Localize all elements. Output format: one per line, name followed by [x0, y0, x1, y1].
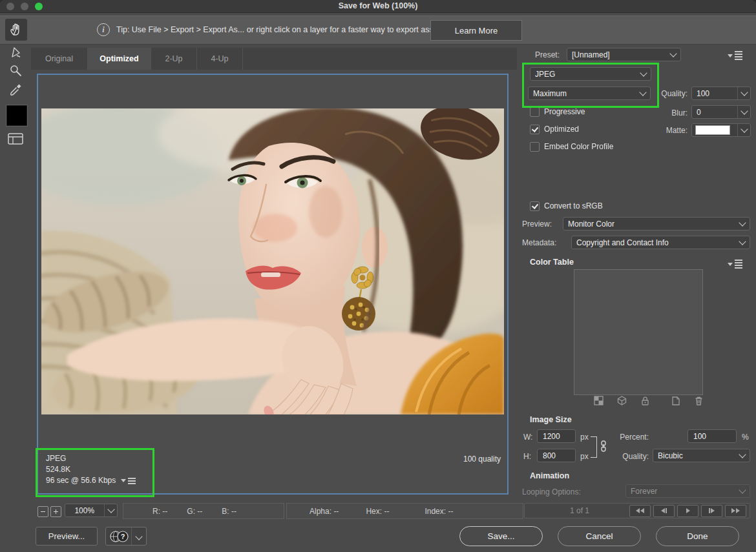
browser-globe-icon: ? — [109, 529, 131, 544]
next-frame-button — [701, 505, 722, 517]
tab-2up[interactable]: 2-Up — [151, 48, 197, 70]
window-title: Save for Web (100%) — [0, 1, 756, 10]
convert-to-srgb-label: Convert to sRGB — [544, 201, 603, 210]
slice-select-icon — [8, 45, 23, 59]
optimized-file-info: JPEG 524.8K 96 sec @ 56.6 Kbps — [46, 453, 136, 486]
previous-frame-button — [653, 505, 675, 517]
browser-preview-button[interactable]: ? — [105, 527, 147, 546]
animation-frame-bar: 1 of 1 — [524, 503, 750, 518]
preview-photo — [41, 108, 504, 414]
cancel-button[interactable]: Cancel — [558, 526, 641, 546]
save-for-web-dialog: Save for Web (100%) i Tip: Use File > Ex… — [0, 0, 756, 552]
preview-mode-dropdown[interactable]: Monitor Color — [563, 217, 750, 230]
zoom-tool[interactable] — [6, 62, 25, 79]
dimension-link-bracket — [591, 436, 597, 458]
matte-label: Matte: — [654, 126, 688, 135]
percent-unit: % — [742, 433, 749, 442]
height-input[interactable]: 800 — [537, 449, 576, 462]
preset-panel-menu[interactable] — [728, 51, 742, 60]
tip-bar: i Tip: Use File > Export > Export As... … — [0, 15, 756, 45]
chevron-down-icon — [739, 486, 746, 493]
preview-button[interactable]: Preview... — [36, 527, 98, 546]
quality-annotation: 100 quality — [463, 455, 501, 464]
slices-visibility-icon — [6, 132, 25, 146]
metadata-dropdown[interactable]: Copyright and Contact Info — [571, 236, 750, 249]
status-bar: 100% R: -- G: -- B: -- Alpha: -- Hex: --… — [31, 501, 517, 522]
convert-to-srgb-checkbox[interactable] — [530, 201, 540, 211]
preset-dropdown[interactable]: [Unnamed] — [567, 48, 681, 61]
quality-label: Quality: — [654, 89, 688, 98]
chevron-down-icon — [740, 88, 748, 96]
color-table-panel-menu[interactable] — [728, 260, 742, 269]
matte-color-swatch — [695, 125, 730, 135]
percent-input[interactable]: 100 — [688, 429, 737, 443]
metadata-label: Metadata: — [522, 238, 556, 247]
embed-color-profile-checkbox[interactable] — [530, 142, 540, 152]
progressive-checkbox[interactable] — [530, 107, 540, 117]
chevron-down-icon — [740, 125, 748, 132]
rgb-readout: R: -- G: -- B: -- — [123, 503, 284, 519]
browser-select-chevron[interactable] — [131, 527, 146, 545]
eyedropper-color-swatch[interactable] — [6, 105, 27, 126]
embed-color-profile-label: Embed Color Profile — [544, 142, 613, 151]
done-button[interactable]: Done — [656, 526, 739, 546]
color-table-actions — [593, 395, 704, 406]
width-unit: px — [580, 433, 589, 442]
blur-dropdown[interactable]: 0 — [691, 105, 751, 119]
first-frame-button — [629, 505, 651, 517]
lock-color-icon[interactable] — [640, 395, 651, 406]
hand-icon — [8, 22, 24, 37]
frame-status: 1 of 1 — [570, 506, 589, 515]
last-frame-button — [725, 505, 746, 517]
chevron-down-icon — [640, 69, 647, 76]
quality-dropdown[interactable]: 100 — [691, 87, 751, 100]
delete-color-icon[interactable] — [693, 395, 704, 406]
title-bar: Save for Web (100%) — [0, 0, 756, 13]
optimized-preview-pane[interactable]: JPEG 524.8K 96 sec @ 56.6 Kbps 100 quali… — [37, 74, 509, 495]
download-time: 96 sec @ 56.6 Kbps — [46, 475, 116, 486]
web-shift-cube-icon[interactable] — [616, 395, 627, 406]
svg-text:?: ? — [121, 533, 125, 540]
chevron-down-icon — [135, 533, 142, 540]
width-label: W: — [523, 433, 532, 442]
chevron-down-icon — [739, 238, 746, 245]
tab-original[interactable]: Original — [31, 48, 88, 70]
zoom-in-button[interactable] — [50, 506, 61, 517]
matte-dropdown[interactable] — [691, 123, 751, 137]
alpha-hex-index-readout: Alpha: -- Hex: -- Index: -- — [286, 503, 523, 519]
new-color-icon[interactable] — [670, 395, 681, 406]
optimized-checkbox[interactable] — [530, 125, 540, 134]
width-input[interactable]: 1200 — [537, 429, 576, 443]
zoom-out-button[interactable] — [37, 506, 48, 517]
file-size: 524.8K — [46, 464, 136, 475]
looping-options-dropdown: Forever — [625, 484, 750, 498]
preview-info-menu[interactable] — [121, 478, 136, 484]
resample-quality-label: Quality: — [614, 452, 649, 461]
chevron-down-icon — [669, 50, 677, 57]
compression-dropdown[interactable]: Maximum — [528, 87, 651, 100]
chevron-down-icon — [107, 506, 114, 513]
looping-options-label: Looping Options: — [522, 487, 581, 496]
eyedropper-tool[interactable] — [6, 81, 25, 98]
save-button[interactable]: Save... — [459, 526, 543, 546]
magnifier-icon — [8, 63, 23, 77]
optimized-label: Optimized — [544, 125, 579, 134]
snap-to-web-palette-icon[interactable] — [593, 395, 604, 406]
slice-select-tool[interactable] — [6, 44, 25, 61]
zoom-level-dropdown[interactable]: 100% — [65, 504, 118, 517]
hand-tool[interactable] — [5, 19, 27, 41]
resample-quality-dropdown[interactable]: Bicubic — [653, 449, 750, 462]
percent-label: Percent: — [615, 433, 649, 442]
tab-4up[interactable]: 4-Up — [197, 48, 243, 70]
toggle-slices-visibility[interactable] — [6, 131, 25, 147]
progressive-label: Progressive — [544, 107, 585, 116]
tip-text: Tip: Use File > Export > Export As... or… — [116, 25, 444, 34]
info-icon: i — [97, 23, 110, 36]
preset-label: Preset: — [535, 50, 560, 59]
color-table — [574, 269, 703, 395]
learn-more-button[interactable]: Learn More — [430, 20, 522, 41]
format-dropdown[interactable]: JPEG — [530, 67, 651, 81]
height-label: H: — [523, 452, 531, 461]
link-dimensions-icon[interactable] — [600, 440, 607, 452]
tab-optimized[interactable]: Optimized — [88, 48, 151, 70]
